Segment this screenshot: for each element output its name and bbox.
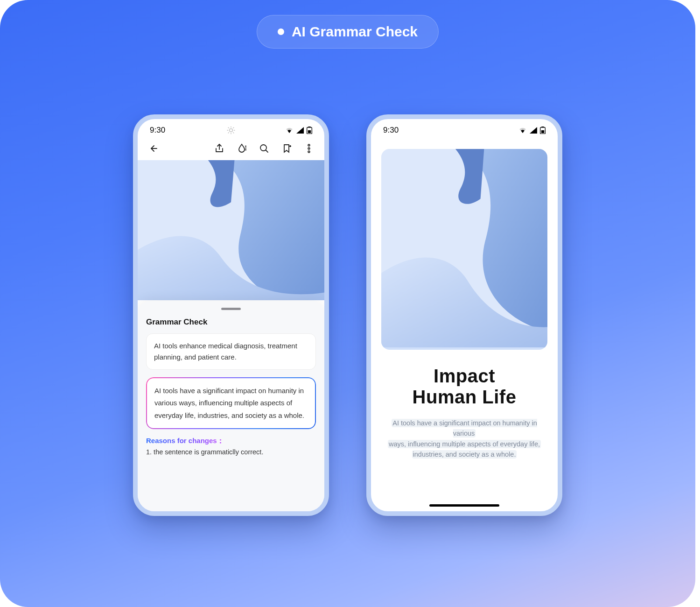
cellular-icon [296,127,304,134]
article-subtitle[interactable]: AI tools have a significant impact on hu… [384,418,545,460]
source-text: AI tools enhance medical diagnosis, trea… [154,342,297,361]
svg-line-17 [266,150,268,153]
svg-point-22 [308,151,310,153]
status-right [518,127,546,134]
svg-point-21 [308,148,310,149]
status-right [285,127,312,134]
search-button[interactable] [258,142,270,155]
back-button[interactable] [147,142,159,155]
badge-dot-icon [278,28,284,35]
hero-image [138,160,324,300]
svg-line-8 [233,127,234,128]
svg-rect-11 [308,130,311,133]
feature-canvas: AI Grammar Check 9:30 [0,0,695,607]
phone-right: 9:30 [366,114,562,516]
phone-left: 9:30 [133,114,329,516]
svg-line-6 [233,132,234,133]
status-bar: 9:30 [138,119,324,139]
hero-image [381,149,547,350]
status-time: 9:30 [150,126,165,135]
result-text-card[interactable]: AI tools have a significant impact on hu… [146,377,316,429]
share-button[interactable] [213,142,225,155]
svg-point-20 [308,144,310,146]
more-button[interactable] [303,142,315,155]
sheet-grabber[interactable] [221,308,241,310]
ink-button[interactable] [236,142,248,155]
result-text: AI tools have a significant impact on hu… [154,387,304,419]
status-bar: 9:30 [371,119,558,139]
grammar-sheet[interactable]: Grammar Check AI tools enhance medical d… [138,301,324,511]
status-time: 9:30 [383,126,399,135]
battery-icon [307,127,312,134]
brightness-icon [226,126,236,137]
reasons-section: Reasons for changes： 1. the sentence is … [146,437,316,456]
feature-badge: AI Grammar Check [257,15,439,49]
svg-line-5 [228,127,229,128]
home-indicator[interactable] [429,504,499,507]
cellular-icon [530,127,537,134]
wifi-icon [518,127,527,134]
wifi-icon [285,127,294,134]
battery-icon [540,127,546,134]
reason-item-1: 1. the sentence is grammaticlly correct. [146,448,316,456]
svg-rect-26 [541,130,544,133]
phones-row: 9:30 [0,114,695,516]
sheet-title: Grammar Check [146,318,316,327]
article-content: Impact Human Life AI tools have a signif… [371,350,558,459]
article-title: Impact Human Life [384,366,545,408]
app-toolbar [138,139,324,160]
bookmark-button[interactable] [280,142,293,155]
svg-point-0 [230,129,233,132]
badge-label: AI Grammar Check [292,24,418,40]
svg-line-7 [228,132,229,133]
reasons-label: Reasons for changes： [146,437,224,445]
source-text-card[interactable]: AI tools enhance medical diagnosis, trea… [146,333,316,370]
